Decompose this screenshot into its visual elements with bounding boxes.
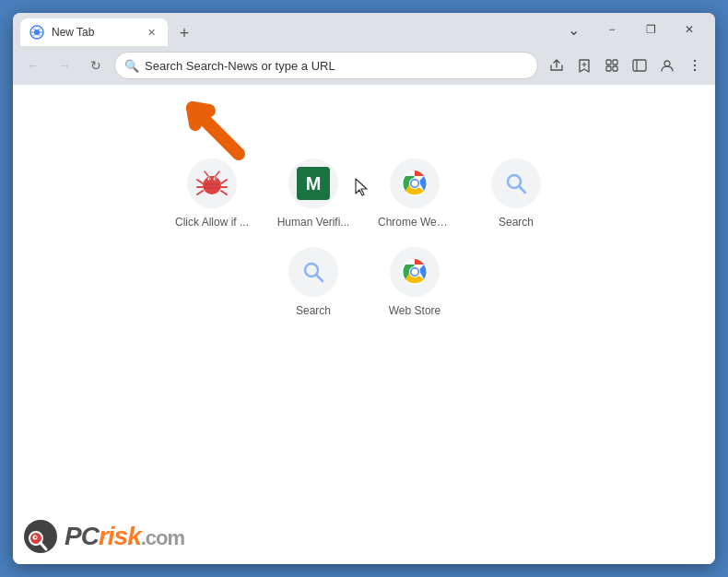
address-search-icon: 🔍 <box>124 59 139 73</box>
bookmark-button[interactable] <box>571 53 597 78</box>
svg-line-19 <box>197 191 203 194</box>
address-bar[interactable]: 🔍 <box>114 52 538 79</box>
shortcut-label-human-verif: Human Verifi... <box>277 216 350 229</box>
svg-point-9 <box>664 61 670 66</box>
address-input[interactable] <box>145 59 528 73</box>
shortcut-search-2[interactable]: Search <box>276 247 350 317</box>
shortcut-label-web-store: Web Store <box>389 304 440 317</box>
toolbar-icons <box>544 53 708 78</box>
reload-button[interactable]: ↻ <box>83 53 109 78</box>
shortcut-label-search-1: Search <box>499 216 534 229</box>
shortcut-icon-search-1 <box>491 159 541 208</box>
watermark-text: PCrisk.com <box>65 522 184 551</box>
svg-rect-4 <box>613 60 617 65</box>
share-button[interactable] <box>544 53 569 78</box>
profile-button[interactable] <box>654 53 680 78</box>
shortcut-human-verif[interactable]: M Human Verifi... <box>276 159 350 229</box>
watermark: PCrisk.com <box>22 518 184 555</box>
pcrisk-logo <box>22 518 59 555</box>
shortcut-click-allow[interactable]: Click Allow if ... <box>175 159 249 229</box>
svg-line-17 <box>197 180 203 183</box>
forward-button[interactable]: → <box>52 53 77 78</box>
tab-title: New Tab <box>52 26 136 39</box>
shortcut-search-1[interactable]: Search <box>479 159 553 229</box>
shortcut-label-chrome-web: Chrome Web ... <box>378 216 452 229</box>
new-tab-button[interactable]: + <box>171 20 197 46</box>
mouse-cursor <box>354 177 372 199</box>
extension-button[interactable] <box>599 53 625 78</box>
svg-point-11 <box>694 65 696 66</box>
svg-line-36 <box>317 276 323 282</box>
svg-line-20 <box>221 180 227 183</box>
browser-window: New Tab ✕ + ⌄ − ❐ ✕ ← → ↻ 🔍 <box>13 13 715 564</box>
svg-point-10 <box>694 60 696 62</box>
svg-point-28 <box>215 179 216 180</box>
shortcut-icon-human-verif: M <box>288 159 338 208</box>
svg-line-24 <box>216 171 219 176</box>
shortcuts-row-2: Search <box>276 247 452 317</box>
svg-rect-3 <box>606 60 611 65</box>
tab-favicon <box>29 25 44 40</box>
watermark-com: .com <box>141 526 184 549</box>
svg-rect-7 <box>633 60 646 71</box>
m-letter-icon: M <box>297 167 330 200</box>
svg-line-23 <box>205 171 208 176</box>
chevron-down-button[interactable]: ⌄ <box>555 15 592 44</box>
sidebar-button[interactable] <box>627 53 652 78</box>
svg-rect-5 <box>606 66 611 71</box>
shortcut-icon-search-2 <box>288 247 338 297</box>
svg-line-22 <box>221 191 227 194</box>
shortcut-label-click-allow: Click Allow if ... <box>175 216 249 229</box>
svg-point-32 <box>412 181 418 187</box>
tab-close-button[interactable]: ✕ <box>144 25 159 40</box>
shortcut-label-search-2: Search <box>296 304 331 317</box>
title-bar: New Tab ✕ + ⌄ − ❐ ✕ <box>13 13 715 46</box>
watermark-risk: risk <box>99 522 141 550</box>
svg-line-34 <box>520 187 526 194</box>
svg-rect-6 <box>613 66 617 71</box>
orange-arrow <box>174 94 248 168</box>
toolbar: ← → ↻ 🔍 <box>13 46 715 85</box>
restore-button[interactable]: ❐ <box>632 15 669 44</box>
minimize-button[interactable]: − <box>593 15 630 44</box>
watermark-pc: PC <box>65 522 99 550</box>
svg-point-14 <box>206 176 217 183</box>
back-button[interactable]: ← <box>20 53 46 78</box>
svg-point-27 <box>209 179 210 180</box>
close-button[interactable]: ✕ <box>671 15 708 44</box>
active-tab[interactable]: New Tab ✕ <box>20 18 168 46</box>
window-controls: ⌄ − ❐ ✕ <box>555 15 708 44</box>
svg-point-12 <box>694 69 696 71</box>
shortcut-web-store[interactable]: Web Store <box>378 247 452 317</box>
shortcut-icon-chrome-web <box>390 159 440 208</box>
page-content: Click Allow if ... M Human Verifi... <box>13 85 715 564</box>
shortcut-icon-web-store <box>390 247 440 297</box>
tab-area: New Tab ✕ + <box>20 13 551 46</box>
svg-point-40 <box>412 269 418 276</box>
menu-button[interactable] <box>682 53 708 78</box>
svg-point-44 <box>34 536 36 538</box>
shortcut-chrome-web[interactable]: Chrome Web ... <box>378 159 452 229</box>
